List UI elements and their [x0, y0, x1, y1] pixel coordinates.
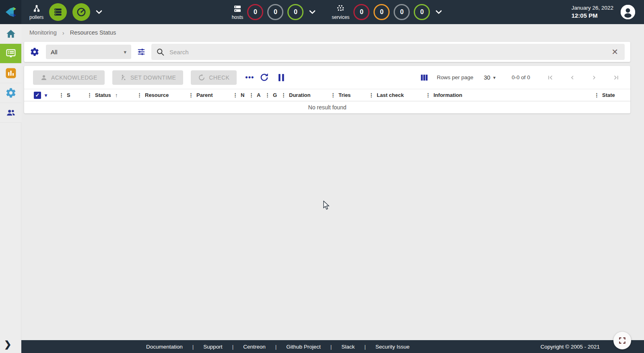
- last-page-icon: [613, 74, 620, 81]
- services-expand-chevron[interactable]: [436, 10, 442, 14]
- drag-handle-icon[interactable]: ⋮: [87, 92, 92, 98]
- set-downtime-button[interactable]: SET DOWNTIME: [112, 70, 183, 85]
- previous-page-button[interactable]: [561, 74, 583, 81]
- services-status-cluster: services 0 0 0 0: [332, 4, 442, 20]
- hosts-menu[interactable]: hosts: [232, 4, 244, 20]
- selection-dropdown-icon[interactable]: ▾: [45, 92, 47, 98]
- column-header-parent[interactable]: ⋮Parent: [188, 92, 233, 98]
- sort-ascending-icon: ↑: [115, 92, 118, 99]
- chevron-down-icon: [96, 10, 102, 14]
- sidebar-item-reporting[interactable]: [0, 64, 21, 83]
- drag-handle-icon[interactable]: ⋮: [281, 92, 286, 98]
- rows-per-page-label: Rows per page: [437, 74, 473, 80]
- drag-handle-icon[interactable]: ⋮: [59, 92, 64, 98]
- sidebar-item-administration[interactable]: [0, 103, 21, 123]
- column-header-notes[interactable]: ⋮N: [233, 92, 249, 98]
- first-page-button[interactable]: [539, 74, 561, 81]
- columns-icon: [420, 73, 429, 82]
- breadcrumb-resources-status[interactable]: Resources Status: [70, 29, 116, 36]
- clear-search-button[interactable]: ✕: [610, 48, 620, 56]
- drag-handle-icon[interactable]: ⋮: [137, 92, 142, 98]
- column-header-graph[interactable]: ⋮G: [265, 92, 281, 98]
- gear-icon: [5, 87, 17, 99]
- sidebar-item-configuration[interactable]: [0, 83, 21, 103]
- sidebar-expand-button[interactable]: ❯: [4, 339, 11, 350]
- hosts-up-counter[interactable]: 0: [287, 4, 303, 20]
- check-label: CHECK: [209, 74, 229, 81]
- sidebar-item-monitoring[interactable]: [0, 44, 21, 64]
- footer-link-security-issue[interactable]: Security Issue: [376, 344, 410, 350]
- drag-handle-icon[interactable]: ⋮: [594, 92, 599, 98]
- drag-handle-icon[interactable]: ⋮: [425, 92, 431, 98]
- footer-link-slack[interactable]: Slack: [341, 344, 355, 350]
- filter-settings-button[interactable]: [30, 47, 39, 57]
- acknowledge-label: ACKNOWLEDGE: [51, 74, 97, 81]
- column-header-resource[interactable]: ⋮Resource: [137, 92, 188, 98]
- edit-columns-button[interactable]: [420, 73, 429, 82]
- acknowledge-button[interactable]: ACKNOWLEDGE: [33, 70, 105, 85]
- services-ok-counter[interactable]: 0: [414, 4, 430, 20]
- next-page-button[interactable]: [583, 74, 605, 81]
- pollers-menu[interactable]: pollers: [29, 4, 43, 20]
- refresh-button[interactable]: [260, 73, 269, 82]
- column-header-duration[interactable]: ⋮Duration: [281, 92, 330, 98]
- breadcrumb: Monitoring › Resources Status: [21, 24, 644, 41]
- more-actions-button[interactable]: •••: [245, 73, 254, 82]
- gauge-icon: [76, 7, 87, 17]
- pollers-icon: [31, 4, 42, 14]
- services-menu[interactable]: services: [332, 4, 349, 20]
- advanced-filter-button[interactable]: [137, 47, 146, 56]
- column-header-status[interactable]: ⋮Status↑: [87, 92, 137, 99]
- hosts-down-counter[interactable]: 0: [247, 4, 263, 20]
- fullscreen-button[interactable]: [613, 332, 631, 349]
- search-input[interactable]: [169, 49, 610, 55]
- drag-handle-icon[interactable]: ⋮: [265, 92, 270, 98]
- column-header-severity[interactable]: ⋮S: [59, 92, 87, 98]
- current-date: January 26, 2022: [572, 4, 613, 12]
- footer: Documentation | Support | Centreon | Git…: [21, 340, 644, 353]
- footer-link-support[interactable]: Support: [203, 344, 222, 350]
- footer-divider: |: [330, 344, 332, 350]
- person-icon: [40, 74, 47, 81]
- drag-handle-icon[interactable]: ⋮: [249, 92, 254, 98]
- column-header-action[interactable]: ⋮A: [249, 92, 265, 98]
- services-warning-counter[interactable]: 0: [374, 4, 390, 20]
- column-header-state[interactable]: ⋮State: [594, 92, 625, 98]
- drag-handle-icon[interactable]: ⋮: [369, 92, 374, 98]
- chevron-down-icon: ▾: [493, 75, 495, 80]
- services-critical-counter[interactable]: 0: [353, 4, 369, 20]
- column-header-information[interactable]: ⋮Information: [425, 92, 594, 98]
- column-header-tries[interactable]: ⋮Tries: [330, 92, 369, 98]
- select-all-checkbox[interactable]: ✓: [34, 92, 41, 99]
- empty-table-message: No result found: [24, 101, 630, 113]
- poller-configuration-button[interactable]: [49, 3, 67, 21]
- breadcrumb-monitoring[interactable]: Monitoring: [29, 29, 57, 36]
- drag-handle-icon[interactable]: ⋮: [188, 92, 194, 98]
- poller-statistics-button[interactable]: [72, 3, 90, 21]
- footer-link-documentation[interactable]: Documentation: [146, 344, 183, 350]
- last-page-button[interactable]: [605, 74, 621, 81]
- footer-divider: |: [232, 344, 234, 350]
- column-header-last-check[interactable]: ⋮Last check: [369, 92, 425, 98]
- chevron-left-icon: [569, 74, 576, 81]
- footer-link-github-project[interactable]: Github Project: [286, 344, 321, 350]
- hosts-unreachable-counter[interactable]: 0: [267, 4, 283, 20]
- services-icon: [335, 4, 346, 14]
- services-label: services: [332, 14, 349, 20]
- pollers-expand-chevron[interactable]: [96, 10, 102, 14]
- user-avatar[interactable]: [621, 5, 635, 19]
- drag-handle-icon[interactable]: ⋮: [233, 92, 238, 98]
- rows-per-page-select[interactable]: 30 ▾: [484, 74, 495, 81]
- hosts-expand-chevron[interactable]: [309, 10, 316, 14]
- check-button[interactable]: CHECK: [191, 70, 237, 85]
- sidebar-item-home[interactable]: [0, 24, 21, 44]
- footer-link-centreon[interactable]: Centreon: [243, 344, 266, 350]
- services-unknown-counter[interactable]: 0: [394, 4, 410, 20]
- pause-autorefresh-button[interactable]: [278, 73, 285, 82]
- drag-handle-icon[interactable]: ⋮: [330, 92, 336, 98]
- select-all-cell: ✓ ▾: [34, 92, 59, 99]
- current-time: 12:05 PM: [572, 12, 613, 20]
- centreon-logo[interactable]: [0, 0, 21, 24]
- filter-select[interactable]: All ▾: [46, 45, 131, 59]
- chevron-right-icon: [591, 74, 597, 81]
